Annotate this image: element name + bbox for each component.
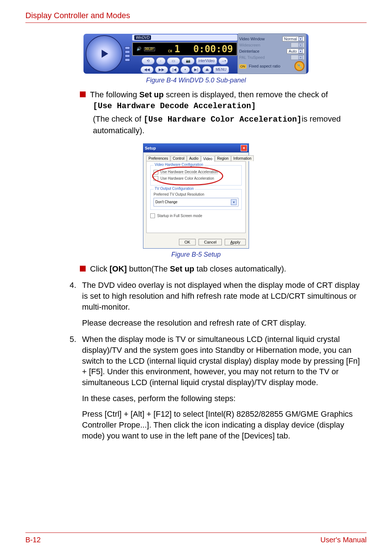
eject-button[interactable]: ⏏ <box>202 66 212 73</box>
tab-video[interactable]: Video <box>201 156 215 162</box>
close-icon[interactable]: × <box>241 145 247 151</box>
deinterlace-label: Deinterlace <box>239 49 260 53</box>
windvd-side-panel: Video Window Normal▾ Widescreen ▾ Deinte… <box>237 33 306 74</box>
bullet-text-2: Click [OK] button(The Set up tab closes … <box>90 264 286 274</box>
chevron-down-icon: ▾ <box>298 49 303 53</box>
apply-button[interactable]: Apply <box>225 239 246 245</box>
figure-b5-caption: Figure B-5 Setup <box>25 251 367 258</box>
para-5c: Press [Ctrl] + [Alt] + [F12] to select [… <box>82 409 363 441</box>
volume-bars[interactable] <box>125 46 130 61</box>
para-5a: When the display mode is TV or simultane… <box>82 334 363 388</box>
rewind-button[interactable]: ⟲ <box>142 57 155 65</box>
widescreen-label: Widescreen <box>239 43 260 47</box>
video-window-select[interactable]: Normal▾ <box>282 36 305 41</box>
checkbox-hw-decode[interactable] <box>154 170 158 175</box>
setup-dialog-title: Setup <box>145 146 156 150</box>
fieldset-tv-output: TV Output Configuration Preferred TV Out… <box>150 189 242 210</box>
deinterlace-select[interactable]: Auto▾ <box>287 49 305 54</box>
footer-doc-title: User's Manual <box>320 536 367 544</box>
para-5b: In these cases, perform the following st… <box>82 393 363 404</box>
pal-label: PAL TruSpeed <box>239 55 265 60</box>
para-4a: The DVD video overlay is not displayed w… <box>82 280 363 312</box>
tab-control[interactable]: Control <box>171 155 187 161</box>
pref-tv-label: Preferred TV Output Resolution <box>154 192 238 196</box>
play-dial[interactable] <box>86 35 123 72</box>
widescreen-select: ▾ <box>291 42 305 48</box>
capture-button[interactable]: 📷 <box>181 57 195 65</box>
bullet-text-1: The following Set up screen is displayed… <box>90 89 328 100</box>
list-number-5: 5. <box>69 334 76 345</box>
page-header-title: Display Controller and Modes <box>25 11 367 20</box>
para-4b: Please decrease the resolution and refre… <box>82 318 363 328</box>
tab-information[interactable]: Information <box>231 155 254 161</box>
step-button[interactable]: • <box>180 66 190 73</box>
next-button[interactable]: ▶| <box>191 66 201 73</box>
tab-audio[interactable]: Audio <box>187 155 201 161</box>
fieldset-video-hw: Video Hardware Configuration Use Hardwar… <box>150 165 242 185</box>
fast-rewind-button[interactable]: ◀◀ <box>140 66 154 73</box>
legend-tv-output: TV Output Configuration <box>154 187 195 191</box>
label-hw-color: Use Hardware Color Acceleration <box>160 176 214 180</box>
bullet-icon <box>80 91 86 97</box>
windvd-panel: WinDVD 🔊 DOLBY CH 1 0:00:09 ⟲ ◦ ▭ 📷 inte… <box>83 34 309 74</box>
figure-b4-caption: Figure B-4 WinDVD 5.0 Sub-panel <box>25 77 367 84</box>
intervideo-label: interVideo <box>196 57 217 65</box>
page-footer: B-12 User's Manual <box>25 532 367 544</box>
tv-resolution-select[interactable]: Don't Change ▾ <box>154 198 238 207</box>
label-fullscreen: Startup in Full Screen mode <box>157 214 202 218</box>
video-window-label: Video Window <box>239 37 265 41</box>
setup-dialog: Setup × Preferences Control Audio Video … <box>143 143 249 249</box>
cancel-button[interactable]: Cancel <box>199 239 222 245</box>
tab-region[interactable]: Region <box>215 155 231 161</box>
prev-button[interactable]: |◀ <box>170 66 179 73</box>
pal-select: ▾ <box>291 55 305 60</box>
setup-tab-row: Preferences Control Audio Video Region I… <box>146 155 246 162</box>
mode-button[interactable]: ▭ <box>167 57 180 65</box>
checkbox-hw-color[interactable] <box>154 176 158 181</box>
figure-b4-container: WinDVD 🔊 DOLBY CH 1 0:00:09 ⟲ ◦ ▭ 📷 inte… <box>25 34 367 74</box>
footer-page-number: B-12 <box>25 536 41 544</box>
aspect-on-badge: ON <box>239 64 246 69</box>
windvd-logo: WinDVD <box>134 35 151 40</box>
list-number-4: 4. <box>69 280 76 291</box>
legend-video-hw: Video Hardware Configuration <box>154 163 204 167</box>
bracket-hw-decode: [Use Hardware Decode Acceleration] <box>93 100 363 112</box>
tab-preferences[interactable]: Preferences <box>146 155 170 161</box>
stop-button[interactable]: ◦ <box>156 57 166 65</box>
time-display: 🔊 DOLBY CH 1 0:00:09 <box>132 42 237 56</box>
wrench-icon[interactable]: 🔧 <box>294 61 305 71</box>
ok-button[interactable]: OK <box>179 239 196 245</box>
auto-remove-note: (The check of [Use Hardware Color Accele… <box>93 114 363 136</box>
checkbox-fullscreen[interactable] <box>150 213 155 218</box>
chevron-down-icon: ▾ <box>231 199 237 205</box>
bullet-icon <box>80 266 86 272</box>
play-icon <box>102 50 108 58</box>
more-button[interactable]: →• <box>219 57 228 65</box>
label-hw-decode: Use Hardware Decode Acceleration <box>160 170 218 174</box>
menu-button[interactable]: MENU <box>213 66 229 73</box>
chevron-down-icon: ▾ <box>298 37 303 41</box>
fast-forward-button[interactable]: ▶▶ <box>155 66 168 73</box>
header-rule <box>25 23 367 23</box>
fixed-aspect-label: Fixed aspect ratio <box>249 64 281 68</box>
